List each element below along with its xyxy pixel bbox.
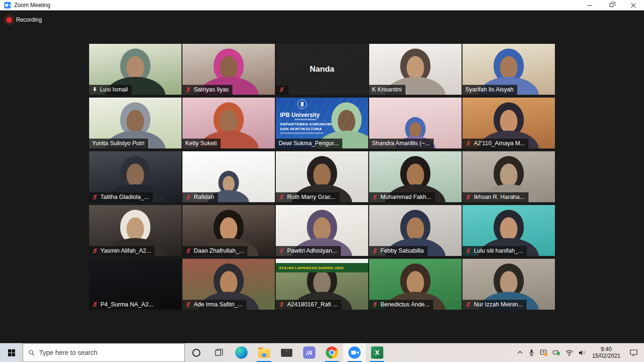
face-shape	[407, 56, 424, 79]
taskbar-excel-button[interactable]: X	[366, 343, 388, 362]
face-shape	[500, 164, 518, 187]
window-controls	[579, 0, 644, 10]
participant-tile[interactable]: Yunita Sulistyo Putri	[89, 98, 182, 148]
muted-mic-icon	[279, 194, 285, 200]
participant-name: Ikhsan R. Haraha...	[474, 194, 525, 200]
microphone-tray-button[interactable]	[526, 343, 537, 362]
participant-name-label: Ruth Marry Grac...	[276, 192, 339, 202]
face-shape	[220, 271, 238, 294]
participant-name-label: Ikhsan R. Haraha...	[462, 192, 528, 202]
muted-mic-icon	[465, 140, 471, 147]
face-shape	[127, 217, 144, 240]
security-tray-button[interactable]	[550, 343, 563, 362]
face-shape	[500, 271, 518, 294]
taskbar-zoom-button[interactable]	[343, 343, 366, 362]
participant-tile[interactable]: Rafidah	[182, 151, 275, 202]
taskbar-slash-a-app-button[interactable]: /A	[298, 343, 321, 362]
participant-tile[interactable]: Febby Salsabilla	[369, 205, 462, 256]
participant-tile[interactable]: Ruth Marry Grac...	[276, 151, 368, 202]
recording-indicator[interactable]: Recording	[7, 16, 42, 23]
participant-name-center: Nanda	[276, 44, 368, 95]
participant-name-label: Daan Zhafrullah_...	[182, 246, 248, 256]
participant-tile[interactable]: Muhammad Fakh...	[369, 151, 462, 202]
participant-tile[interactable]: Yasmin Alifah_A2...	[89, 205, 182, 256]
recording-label: Recording	[16, 16, 42, 23]
participant-tile[interactable]: Talitha Gladiola_...	[89, 151, 182, 202]
face-shape	[314, 217, 331, 240]
taskbar-search[interactable]	[23, 343, 185, 362]
participant-tile[interactable]: Lulu siti hanifah_...	[462, 205, 555, 256]
participant-tile[interactable]: P4_Surma NA_A2...	[89, 259, 182, 310]
participant-name: Shandra Amarillis (~...	[372, 140, 430, 147]
muted-mic-icon	[92, 194, 98, 200]
taskbar-clock[interactable]: 9:40 15/02/2021	[588, 346, 624, 359]
volume-tray-button[interactable]	[576, 343, 588, 362]
participant-tile[interactable]: K Krisantini	[369, 44, 462, 95]
notification-icon	[629, 349, 638, 356]
participant-tile[interactable]: Ade Irma Safitri_...	[182, 259, 275, 310]
taskbar-file-explorer-button[interactable]	[253, 343, 275, 362]
muted-mic-icon	[92, 248, 98, 254]
participant-tile[interactable]: Ketty Suketi	[182, 98, 275, 148]
face-shape	[223, 176, 234, 191]
muted-mic-icon	[372, 248, 378, 254]
participant-name: Dewi Sukma_Pengur...	[279, 140, 339, 147]
face-shape	[127, 110, 144, 133]
taskbar-edge-button[interactable]	[230, 343, 253, 362]
participant-name: Benedictus Ande...	[380, 301, 429, 308]
display-share-tray-button[interactable]	[537, 343, 550, 362]
participant-name-label: Lulu siti hanifah_...	[462, 246, 527, 256]
participant-tile[interactable]: Pawitri Adhistyan...	[276, 205, 368, 256]
close-button[interactable]	[622, 0, 644, 10]
window-title: Zoom Meeting	[14, 2, 50, 8]
title-bar: Zoom Meeting	[0, 0, 644, 10]
participant-tile[interactable]: Ikhsan R. Haraha...	[462, 151, 555, 202]
ipb-department-text: DEPARTEMEN AGRONOMI	[280, 122, 332, 126]
participant-tile[interactable]: KULIAH LAPANGAN DARING 2020A24180167_Raf…	[276, 259, 368, 310]
face-shape	[407, 271, 424, 294]
taskbar-chrome-button[interactable]	[321, 343, 343, 362]
event-banner: KULIAH LAPANGAN DARING 2020	[276, 263, 368, 272]
taskbar: /AX 9:40 15/02/2021	[0, 343, 644, 362]
participant-tile[interactable]: A2'110_Arnaya M...	[462, 98, 555, 148]
participant-name: Ade Irma Safitri_...	[194, 301, 243, 308]
participant-name-label: Muhammad Fakh...	[369, 192, 435, 202]
cortana-icon	[192, 349, 200, 357]
participant-name: Talitha Gladiola_...	[100, 194, 149, 200]
hidden-icons-button[interactable]	[514, 343, 526, 362]
participant-tile[interactable]: Daan Zhafrullah_...	[182, 205, 275, 256]
search-input[interactable]	[39, 349, 179, 356]
zoom-app-icon	[4, 2, 11, 8]
close-icon	[631, 3, 636, 8]
face-shape	[220, 110, 238, 133]
participant-tile[interactable]: Nanda	[276, 44, 368, 95]
muted-mic-icon	[372, 194, 378, 200]
participant-tile[interactable]: Lusi Ismail	[89, 44, 182, 95]
participant-name: Pawitri Adhistyan...	[287, 247, 337, 254]
restore-icon	[610, 3, 613, 7]
participant-tile[interactable]: IPB UniversityDEPARTEMEN AGRONOMIDAN HOR…	[276, 98, 368, 148]
face-shape	[500, 56, 518, 79]
event-banner-text: KULIAH LAPANGAN DARING 2020	[279, 266, 343, 270]
chevron-up-icon	[517, 349, 523, 356]
wifi-tray-button[interactable]	[563, 343, 576, 362]
face-shape	[220, 217, 238, 240]
participant-tile[interactable]: Satriyas Ilyas	[182, 44, 275, 95]
participant-tile[interactable]: Syarifah Iis Aisyah	[462, 44, 555, 95]
action-center-button[interactable]	[624, 343, 643, 362]
participant-name: K Krisantini	[372, 86, 402, 93]
wifi-icon	[565, 349, 573, 356]
participant-name-label: Ketty Suketi	[182, 139, 221, 148]
security-badge-icon	[553, 349, 561, 356]
task-view-button[interactable]	[207, 343, 230, 362]
cortana-button[interactable]	[185, 343, 207, 362]
taskbar-mail-button[interactable]	[275, 343, 298, 362]
participant-tile[interactable]: Nur Izzah Meinin...	[462, 259, 555, 310]
start-button[interactable]	[0, 343, 23, 362]
participant-tile[interactable]: Shandra Amarillis (~...	[369, 98, 462, 148]
participant-name-label: Pawitri Adhistyan...	[276, 246, 341, 256]
participant-tile[interactable]: Benedictus Ande...	[369, 259, 462, 310]
minimize-button[interactable]	[579, 0, 601, 10]
restore-button[interactable]	[601, 0, 622, 10]
system-tray: 9:40 15/02/2021	[514, 343, 644, 362]
